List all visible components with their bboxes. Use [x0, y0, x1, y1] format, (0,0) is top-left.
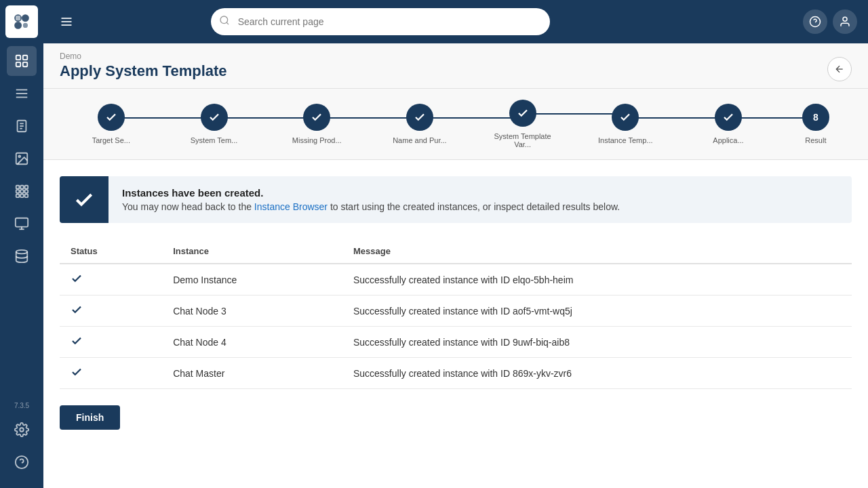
svg-rect-20: [20, 186, 24, 189]
cell-status: [60, 327, 162, 358]
help-button[interactable]: [803, 9, 827, 34]
cell-message: Successfully created instance with ID ao…: [342, 296, 852, 327]
cell-message: Successfully created instance with ID el…: [342, 264, 852, 296]
svg-rect-21: [25, 186, 28, 189]
cell-instance: Chat Node 4: [162, 327, 342, 358]
svg-rect-19: [16, 186, 20, 189]
svg-point-18: [18, 155, 20, 157]
step-circle-8: 8: [802, 104, 829, 131]
success-banner: Instances have been created. You may now…: [60, 176, 852, 223]
step-circle-6: [612, 104, 639, 131]
sidebar-item-settings[interactable]: [7, 415, 37, 445]
page-header-left: Demo Apply System Template: [60, 52, 227, 88]
svg-point-3: [14, 22, 22, 29]
search-input[interactable]: [211, 8, 550, 35]
step-2: System Tem...: [163, 104, 266, 144]
svg-point-31: [16, 250, 28, 254]
svg-rect-23: [20, 190, 24, 193]
menu-button[interactable]: [54, 9, 79, 34]
cell-status: [60, 264, 162, 296]
step-circle-2: [201, 104, 228, 131]
user-button[interactable]: [833, 9, 857, 34]
table-row: Demo InstanceSuccessfully created instan…: [60, 264, 852, 296]
svg-rect-26: [20, 195, 24, 198]
col-header-status: Status: [60, 239, 162, 264]
svg-point-42: [843, 17, 847, 21]
cell-instance: Chat Node 3: [162, 296, 342, 327]
svg-point-2: [22, 14, 29, 22]
svg-point-38: [220, 16, 228, 24]
sidebar-item-instances[interactable]: [7, 46, 37, 76]
step-8: 8 Result: [780, 104, 852, 144]
sidebar: 7.3.5: [0, 0, 43, 488]
svg-rect-7: [23, 56, 27, 60]
svg-rect-5: [16, 16, 20, 20]
sidebar-item-help[interactable]: [7, 447, 37, 477]
step-label-3: Missing Prod...: [292, 136, 342, 144]
col-header-message: Message: [342, 239, 852, 264]
svg-rect-25: [16, 195, 20, 198]
table-header: Status Instance Message: [60, 239, 852, 264]
success-icon-block: [60, 176, 108, 223]
header-actions: [803, 9, 857, 34]
sidebar-item-data[interactable]: [7, 241, 37, 271]
check-icon: [71, 276, 83, 287]
sidebar-item-media[interactable]: [7, 144, 37, 174]
table-row: Chat Node 4Successfully created instance…: [60, 327, 852, 358]
breadcrumb: Demo: [60, 52, 227, 61]
step-5: System Template Var...: [471, 100, 574, 148]
step-label-7: Applica...: [713, 136, 743, 144]
step-label-2: System Tem...: [191, 136, 237, 144]
table-body: Demo InstanceSuccessfully created instan…: [60, 264, 852, 389]
step-circle-1: [98, 104, 125, 131]
step-4: Name and Pur...: [368, 104, 471, 144]
sidebar-item-list[interactable]: [7, 79, 37, 108]
step-1: Target Se...: [60, 104, 163, 144]
sidebar-bottom: 7.3.5: [7, 402, 37, 483]
results-table: Status Instance Message Demo InstanceSuc…: [60, 239, 852, 389]
step-circle-3: [303, 104, 330, 131]
step-6: Instance Temp...: [574, 104, 677, 144]
svg-rect-0: [9, 9, 34, 34]
svg-point-4: [23, 23, 28, 28]
version-label: 7.3.5: [14, 402, 29, 409]
cell-instance: Demo Instance: [162, 264, 342, 296]
sidebar-item-apps[interactable]: [7, 176, 37, 206]
search-bar: [211, 8, 550, 35]
step-7: Applica...: [677, 104, 780, 144]
main-content: Demo Apply System Template Target Se...: [43, 0, 868, 488]
step-circle-7: [715, 104, 742, 131]
instance-browser-link[interactable]: Instance Browser: [254, 201, 328, 212]
step-label-6: Instance Temp...: [598, 136, 653, 144]
sidebar-item-monitor[interactable]: [7, 209, 37, 239]
cell-status: [60, 296, 162, 327]
step-label-4: Name and Pur...: [393, 136, 447, 144]
step-3: Missing Prod...: [265, 104, 368, 144]
table-row: Chat MasterSuccessfully created instance…: [60, 358, 852, 389]
svg-rect-24: [25, 190, 28, 193]
step-circle-4: [406, 104, 433, 131]
page-header: Demo Apply System Template: [43, 43, 868, 89]
table-header-row: Status Instance Message: [60, 239, 852, 264]
app-header: [43, 0, 868, 43]
check-icon: [71, 369, 83, 380]
success-text: Instances have been created. You may now…: [108, 176, 633, 223]
success-checkmark-icon: [73, 189, 95, 211]
col-header-instance: Instance: [162, 239, 342, 264]
search-icon: [219, 15, 230, 28]
page-title: Apply System Template: [60, 62, 227, 88]
check-icon: [71, 307, 83, 318]
svg-rect-9: [23, 62, 27, 66]
cell-status: [60, 358, 162, 389]
cell-message: Successfully created instance with ID 9u…: [342, 327, 852, 358]
step-label-8: Result: [805, 136, 826, 144]
sidebar-item-tasks[interactable]: [7, 111, 37, 141]
svg-rect-27: [25, 195, 28, 198]
step-circle-5: [509, 100, 536, 127]
svg-rect-6: [16, 56, 20, 60]
stepper: Target Se... System Tem... Missing Prod.…: [43, 89, 868, 160]
step-label-1: Target Se...: [92, 136, 130, 144]
back-button[interactable]: [827, 57, 852, 81]
success-description: You may now head back to the Instance Br…: [122, 201, 620, 212]
finish-button[interactable]: Finish: [60, 405, 120, 430]
